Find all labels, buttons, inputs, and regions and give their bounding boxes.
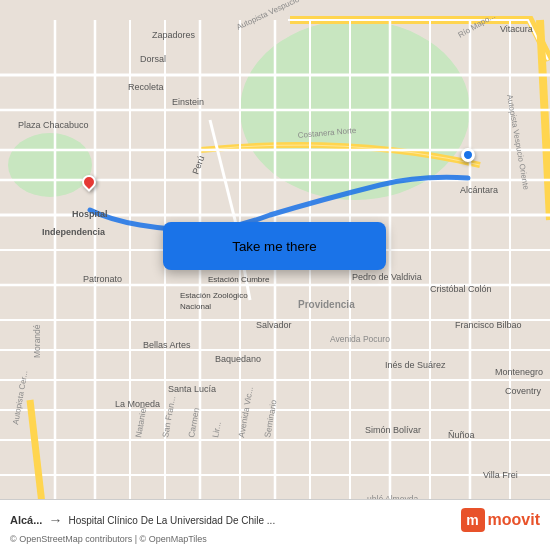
destination-pin	[82, 175, 96, 189]
copyright-text: © OpenStreetMap contributors | © OpenMap…	[10, 534, 540, 544]
svg-text:Patronato: Patronato	[83, 274, 122, 284]
svg-text:Morandé: Morandé	[32, 324, 42, 358]
svg-text:Plaza Chacabuco: Plaza Chacabuco	[18, 120, 89, 130]
svg-text:Independencia: Independencia	[42, 227, 106, 237]
svg-text:Francisco Bilbao: Francisco Bilbao	[455, 320, 522, 330]
svg-text:Einstein: Einstein	[172, 97, 204, 107]
route-info-bar: Alcá... → Hospital Clínico De La Univers…	[0, 499, 550, 550]
svg-text:Inés de Suárez: Inés de Suárez	[385, 360, 446, 370]
svg-text:Montenegro: Montenegro	[495, 367, 543, 377]
svg-text:Estación Cumbre: Estación Cumbre	[208, 275, 270, 284]
take-me-there-button[interactable]: Take me there	[163, 222, 386, 270]
svg-text:Dorsal: Dorsal	[140, 54, 166, 64]
svg-text:Vitacura: Vitacura	[500, 24, 533, 34]
moovit-text: moovit	[488, 511, 540, 529]
svg-text:Pedro de Valdivia: Pedro de Valdivia	[352, 272, 422, 282]
moovit-icon: m	[461, 508, 485, 532]
svg-text:Santa Lucía: Santa Lucía	[168, 384, 216, 394]
svg-text:Ñuñoa: Ñuñoa	[448, 430, 475, 440]
svg-text:Alcántara: Alcántara	[460, 185, 498, 195]
svg-text:Estación Zoológico: Estación Zoológico	[180, 291, 248, 300]
moovit-logo: m moovit	[461, 508, 540, 532]
svg-text:Cristóbal Colón: Cristóbal Colón	[430, 284, 492, 294]
map-container: Zapadores Dorsal Recoleta Einstein Plaza…	[0, 0, 550, 550]
svg-text:Coventry: Coventry	[505, 386, 542, 396]
svg-text:Nacional: Nacional	[180, 302, 211, 311]
svg-text:Salvador: Salvador	[256, 320, 292, 330]
svg-text:Hospital: Hospital	[72, 209, 108, 219]
svg-text:Simón Bolívar: Simón Bolívar	[365, 425, 421, 435]
route-from: Alcá...	[10, 514, 42, 526]
route-to: Hospital Clínico De La Universidad De Ch…	[68, 515, 275, 526]
svg-text:Bellas Artes: Bellas Artes	[143, 340, 191, 350]
svg-text:Recoleta: Recoleta	[128, 82, 164, 92]
svg-text:Providencia: Providencia	[298, 299, 355, 310]
origin-dot	[461, 148, 475, 162]
svg-text:Baquedano: Baquedano	[215, 354, 261, 364]
map-svg: Zapadores Dorsal Recoleta Einstein Plaza…	[0, 0, 550, 550]
svg-point-2	[8, 133, 92, 197]
svg-text:Avenida Pocuro: Avenida Pocuro	[330, 334, 390, 344]
moovit-icon-letter: m	[466, 512, 478, 528]
route-text: Alcá... → Hospital Clínico De La Univers…	[10, 512, 461, 528]
svg-text:Zapadores: Zapadores	[152, 30, 196, 40]
svg-text:Villa Frei: Villa Frei	[483, 470, 518, 480]
route-arrow: →	[48, 512, 62, 528]
